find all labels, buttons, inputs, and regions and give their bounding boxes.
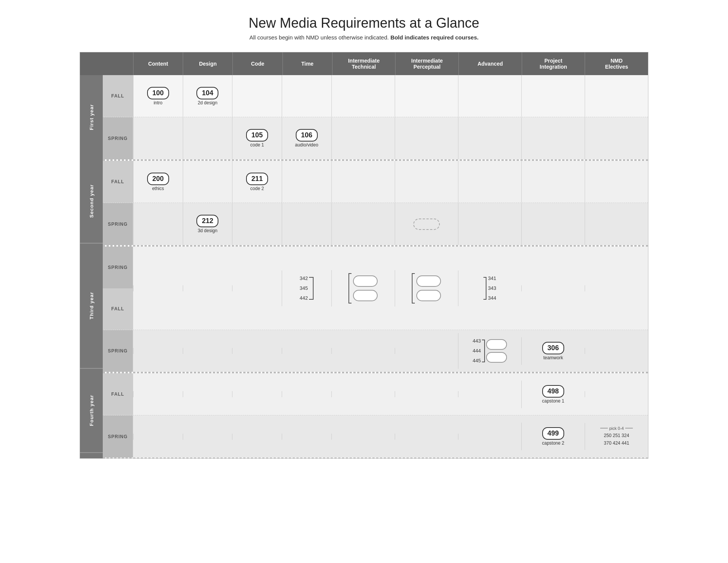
course-106-number: 106 <box>296 129 318 142</box>
y1f-time <box>282 75 331 117</box>
y1f-proj-int <box>521 75 585 117</box>
y1s-advanced <box>458 117 521 159</box>
y1s-int-tech <box>331 117 395 159</box>
course-106-name: audio/video <box>295 142 318 148</box>
y3-design <box>183 285 232 291</box>
y2s-time <box>282 203 331 245</box>
y4s-content <box>133 434 183 440</box>
year4-fall-cols: 498 capstone 1 <box>133 373 648 415</box>
y1f-design: 104 2d design <box>183 75 232 117</box>
course-306: 306 teamwork <box>542 342 564 360</box>
year3-fall-label: FALL <box>103 288 133 330</box>
y3-int-tech <box>331 270 395 307</box>
year1-fall-row: FALL 100 intro 104 2d design <box>103 75 648 117</box>
y2f-content: 200 ethics <box>133 161 183 203</box>
year2-spring-label: SPRING <box>103 203 133 245</box>
y2f-proj-int <box>521 161 585 203</box>
course-105-name: code 1 <box>250 142 264 148</box>
y4s-proj-int: 499 capstone 2 <box>521 423 585 450</box>
year1-spring-row: SPRING 105 code 1 106 <box>103 117 648 159</box>
year2-label: Second year <box>80 159 103 244</box>
course-104-name: 2d design <box>198 100 217 105</box>
course-100: 100 intro <box>147 87 169 105</box>
course-211: 211 code 2 <box>246 173 268 191</box>
course-105-number: 105 <box>246 129 268 142</box>
y3s-advanced: 443 444 445 <box>458 333 521 369</box>
course-100-number: 100 <box>147 87 169 99</box>
year4-group: FALL 498 capstone 1 <box>103 373 648 458</box>
header-row: Content Design Code Time IntermediateTec… <box>80 52 648 75</box>
y1f-int-tech <box>331 75 395 117</box>
header-int-perceptual: IntermediatePerceptual <box>395 52 458 75</box>
course-498-name: capstone 1 <box>542 398 565 404</box>
adv-445: 445 <box>472 356 481 366</box>
y1s-int-perc <box>395 117 458 159</box>
time-345: 345 <box>300 283 308 293</box>
y4s-code <box>232 434 282 440</box>
y3s-time <box>282 348 331 354</box>
y2s-int-perc <box>395 203 458 245</box>
year1-fall-cols: 100 intro 104 2d design <box>133 75 648 117</box>
y1s-proj-int <box>521 117 585 159</box>
y1s-content <box>133 117 183 159</box>
year3-spring-cols: 443 444 445 <box>133 330 648 372</box>
course-212-name: 3d design <box>198 228 217 233</box>
y3-proj-int <box>521 285 585 291</box>
year1-fall-label: FALL <box>103 75 133 117</box>
year3-spring-row: SPRING 443 444 <box>103 330 648 372</box>
y1s-design <box>183 117 232 159</box>
course-498-number: 498 <box>542 385 564 398</box>
y1f-int-perc <box>395 75 458 117</box>
y3-int-perc <box>395 270 458 307</box>
header-time: Time <box>282 52 332 75</box>
year3-combined-row: SPRING FALL 342 345 <box>103 247 648 330</box>
course-104: 104 2d design <box>196 87 218 105</box>
course-306-name: teamwork <box>543 355 563 360</box>
chart-body: First year Second year Third year Fourth… <box>80 75 648 458</box>
y3-time: 342 345 442 <box>282 270 331 306</box>
adv-344: 344 <box>488 293 496 303</box>
course-212-number: 212 <box>196 215 218 227</box>
y1s-nmd-elec <box>585 117 648 159</box>
year2-fall-cols: 200 ethics 211 code 2 <box>133 161 648 203</box>
y4s-int-perc <box>395 434 458 440</box>
header-project-integration: ProjectIntegration <box>522 52 585 75</box>
year3-spring2-label: SPRING <box>103 247 133 288</box>
year2-group: FALL 200 ethics 211 code 2 <box>103 160 648 246</box>
year-sidebar: First year Second year Third year Fourth… <box>80 75 103 458</box>
y3s-proj-int: 306 teamwork <box>521 337 585 365</box>
adv-341: 341 <box>488 274 496 283</box>
y2f-time <box>282 161 331 203</box>
year3-combined-cols: 342 345 442 <box>133 247 648 330</box>
y2s-content <box>133 203 183 245</box>
y3-code <box>232 285 282 291</box>
y1f-advanced <box>458 75 521 117</box>
course-100-name: intro <box>154 100 162 105</box>
y4s-time <box>282 434 331 440</box>
y4s-int-tech <box>331 434 395 440</box>
header-content: Content <box>133 52 183 75</box>
y2s-code <box>232 203 282 245</box>
y4s-design <box>183 434 232 440</box>
y4s-nmd-elec: pick 0-4 250 251 324 370 424 441 <box>585 423 648 450</box>
y3-nmd-elec <box>585 285 648 291</box>
course-499-number: 499 <box>542 427 564 440</box>
year4-label: Fourth year <box>80 369 103 453</box>
y2f-design <box>183 161 232 203</box>
y4f-advanced <box>458 391 521 397</box>
header-nmd-electives: NMDElectives <box>585 52 648 75</box>
time-442: 442 <box>300 293 308 303</box>
adv-343: 343 <box>488 283 496 293</box>
y1f-content: 100 intro <box>133 75 183 117</box>
page-title: New Media Requirements at a Glance <box>249 15 479 31</box>
elective-line2: 370 424 441 <box>604 439 629 447</box>
year4-spring-cols: 499 capstone 2 pick 0-4 <box>133 415 648 458</box>
time-342: 342 <box>300 274 308 283</box>
course-498: 498 capstone 1 <box>542 385 565 404</box>
course-212: 212 3d design <box>196 215 218 233</box>
header-int-technical: IntermediateTechnical <box>332 52 395 75</box>
header-advanced: Advanced <box>458 52 522 75</box>
y4f-proj-int: 498 capstone 1 <box>521 381 585 408</box>
y3s-nmd-elec <box>585 348 648 354</box>
y2s-nmd-elec <box>585 203 648 245</box>
